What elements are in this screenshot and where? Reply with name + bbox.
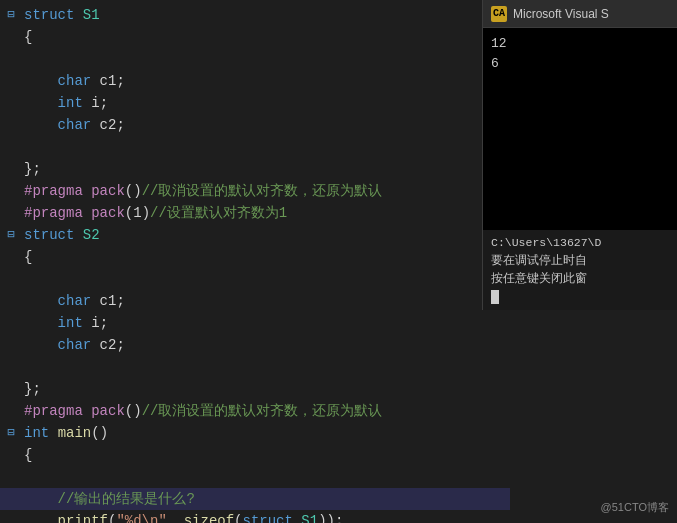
collapse-indicator[interactable]: ⊟ bbox=[4, 224, 18, 246]
code-line: }; bbox=[0, 378, 510, 400]
code-line bbox=[0, 48, 510, 70]
line-text: char c2; bbox=[20, 114, 510, 136]
code-line: #pragma pack()//取消设置的默认对齐数，还原为默认 bbox=[0, 180, 510, 202]
line-text: #pragma pack()//取消设置的默认对齐数，还原为默认 bbox=[20, 400, 510, 422]
collapse-indicator[interactable]: ⊟ bbox=[4, 422, 18, 444]
code-line bbox=[0, 136, 510, 158]
code-line: ⊟struct S2 bbox=[0, 224, 510, 246]
code-line: char c1; bbox=[0, 290, 510, 312]
code-line: { bbox=[0, 444, 510, 466]
code-line: #pragma pack()//取消设置的默认对齐数，还原为默认 bbox=[0, 400, 510, 422]
console-info-line1: 要在调试停止时自 bbox=[491, 252, 669, 270]
console-cursor bbox=[491, 288, 669, 306]
code-line: #pragma pack(1)//设置默认对齐数为1 bbox=[0, 202, 510, 224]
line-text: char c2; bbox=[20, 334, 510, 356]
line-text: int main() bbox=[20, 422, 510, 444]
code-line: { bbox=[0, 246, 510, 268]
console-output-line1: 12 bbox=[491, 34, 669, 54]
console-info-line2: 按任意键关闭此窗 bbox=[491, 270, 669, 288]
code-line bbox=[0, 268, 510, 290]
line-text: { bbox=[20, 246, 510, 268]
console-titlebar: CA Microsoft Visual S bbox=[483, 0, 677, 28]
code-line: //输出的结果是什么? bbox=[0, 488, 510, 510]
line-text: int i; bbox=[20, 92, 510, 114]
code-line: printf("%d\n", sizeof(struct S1)); bbox=[0, 510, 510, 523]
line-text: }; bbox=[20, 158, 510, 180]
line-text: char c1; bbox=[20, 70, 510, 92]
code-line: int i; bbox=[0, 312, 510, 334]
code-line: ⊟int main() bbox=[0, 422, 510, 444]
code-line: char c2; bbox=[0, 114, 510, 136]
console-panel: CA Microsoft Visual S 12 6 C:\Users\1362… bbox=[482, 0, 677, 310]
line-text: { bbox=[20, 444, 510, 466]
console-output-line2: 6 bbox=[491, 54, 669, 74]
code-editor: ⊟struct S1{ char c1; int i; char c2;};#p… bbox=[0, 0, 510, 523]
line-text: struct S1 bbox=[20, 4, 510, 26]
watermark: @51CTO博客 bbox=[601, 500, 669, 515]
line-text: #pragma pack()//取消设置的默认对齐数，还原为默认 bbox=[20, 180, 510, 202]
collapse-indicator[interactable]: ⊟ bbox=[4, 4, 18, 26]
line-text: { bbox=[20, 26, 510, 48]
code-line: char c1; bbox=[0, 70, 510, 92]
console-path: C:\Users\13627\D bbox=[491, 234, 669, 252]
code-line bbox=[0, 356, 510, 378]
console-info: C:\Users\13627\D 要在调试停止时自 按任意键关闭此窗 bbox=[483, 230, 677, 310]
line-text: printf("%d\n", sizeof(struct S1)); bbox=[20, 510, 510, 523]
line-text: int i; bbox=[20, 312, 510, 334]
code-line: }; bbox=[0, 158, 510, 180]
line-text: char c1; bbox=[20, 290, 510, 312]
line-text: //输出的结果是什么? bbox=[20, 488, 510, 510]
line-text: #pragma pack(1)//设置默认对齐数为1 bbox=[20, 202, 510, 224]
code-line bbox=[0, 466, 510, 488]
code-line: ⊟struct S1 bbox=[0, 4, 510, 26]
console-title: Microsoft Visual S bbox=[513, 7, 609, 21]
line-text: }; bbox=[20, 378, 510, 400]
line-text: struct S2 bbox=[20, 224, 510, 246]
code-line: { bbox=[0, 26, 510, 48]
code-line: char c2; bbox=[0, 334, 510, 356]
console-app-icon: CA bbox=[491, 6, 507, 22]
console-output: 12 6 bbox=[483, 28, 677, 230]
code-line: int i; bbox=[0, 92, 510, 114]
